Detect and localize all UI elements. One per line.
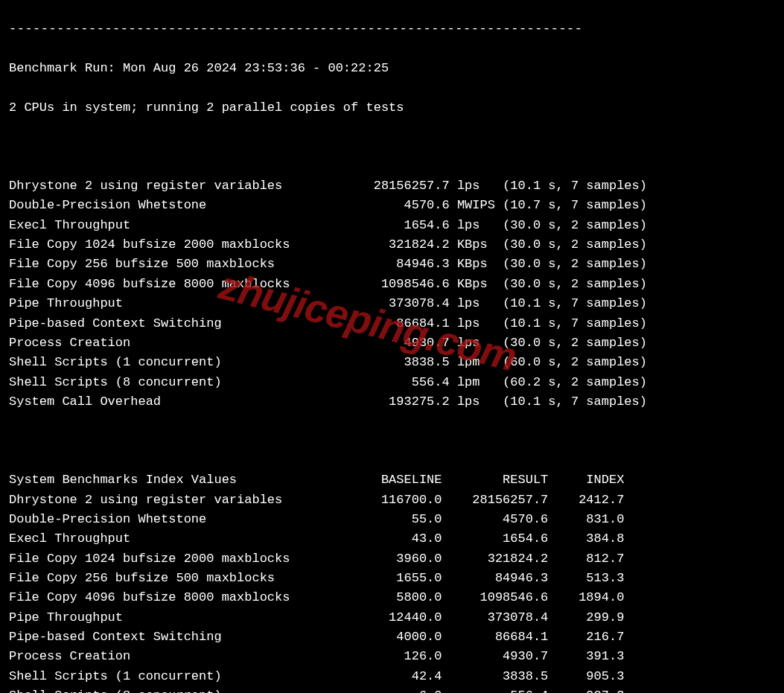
result-name: Shell Scripts (1 concurrent) [9, 355, 320, 369]
index-result: 4570.6 [442, 512, 549, 526]
divider-line: ----------------------------------------… [9, 19, 775, 39]
result-row: File Copy 256 bufsize 500 maxblocks 8494… [9, 255, 775, 274]
result-name: File Copy 1024 bufsize 2000 maxblocks [9, 237, 320, 252]
index-row: Execl Throughput 43.0 1654.6 384.8 [9, 529, 775, 549]
index-result: 84946.3 [442, 571, 549, 585]
result-name: Execl Throughput [9, 218, 320, 232]
result-row: Process Creation 4930.7 lps (30.0 s, 2 s… [9, 333, 775, 353]
index-name: Execl Throughput [9, 531, 336, 546]
index-value: 831.0 [548, 512, 624, 526]
result-row: System Call Overhead 193275.2 lps (10.1 … [9, 392, 775, 412]
result-unit: lps [450, 316, 495, 330]
result-timing: (30.0 s, 2 samples) [495, 336, 647, 350]
index-name: Shell Scripts (8 concurrent) [9, 689, 336, 693]
benchmark-index-block: System Benchmarks Index Values BASELINE … [9, 470, 775, 693]
index-result: 1654.6 [442, 531, 549, 546]
result-timing: (60.2 s, 2 samples) [495, 375, 647, 389]
index-baseline: 43.0 [336, 531, 442, 546]
index-name: Double-Precision Whetstone [9, 512, 336, 526]
result-timing: (10.1 s, 7 samples) [495, 179, 647, 193]
index-row: File Copy 256 bufsize 500 maxblocks 1655… [9, 569, 775, 588]
index-name: Pipe Throughput [9, 610, 336, 625]
result-unit: MWIPS [450, 198, 495, 212]
result-unit: lps [450, 395, 495, 409]
result-unit: lpm [450, 375, 495, 389]
result-unit: lpm [450, 355, 495, 369]
index-value: 513.3 [548, 571, 624, 585]
result-timing: (10.1 s, 7 samples) [495, 296, 647, 310]
result-value: 4930.7 [320, 336, 449, 350]
index-name: Shell Scripts (1 concurrent) [9, 669, 336, 683]
result-value: 3838.5 [320, 355, 449, 369]
result-name: File Copy 256 bufsize 500 maxblocks [9, 257, 320, 271]
result-unit: KBps [450, 277, 495, 291]
index-baseline: 55.0 [336, 512, 442, 526]
index-baseline: 116700.0 [336, 493, 442, 507]
index-baseline: 5800.0 [336, 590, 442, 604]
index-value: 384.8 [548, 531, 624, 546]
result-unit: lps [450, 218, 495, 232]
index-row: Shell Scripts (8 concurrent) 6.0 556.4 9… [9, 686, 775, 693]
result-timing: (30.0 s, 2 samples) [495, 277, 647, 291]
cpu-info-line: 2 CPUs in system; running 2 parallel cop… [9, 98, 775, 118]
result-timing: (10.7 s, 7 samples) [495, 198, 647, 212]
index-name: File Copy 256 bufsize 500 maxblocks [9, 571, 336, 585]
result-name: System Call Overhead [9, 395, 320, 409]
index-baseline: 126.0 [336, 649, 442, 663]
result-name: Shell Scripts (8 concurrent) [9, 375, 320, 389]
index-result: 1098546.6 [442, 590, 549, 604]
index-result: 3838.5 [442, 669, 549, 683]
index-row: Shell Scripts (1 concurrent) 42.4 3838.5… [9, 667, 775, 686]
index-header-row: System Benchmarks Index Values BASELINE … [9, 470, 775, 490]
result-name: Process Creation [9, 336, 320, 350]
index-name: File Copy 1024 bufsize 2000 maxblocks [9, 552, 336, 566]
index-row: Pipe-based Context Switching 4000.0 8668… [9, 627, 775, 647]
result-timing: (30.0 s, 2 samples) [495, 257, 647, 271]
result-row: Shell Scripts (1 concurrent) 3838.5 lpm … [9, 353, 775, 372]
result-unit: KBps [450, 257, 495, 271]
index-baseline: 12440.0 [336, 610, 442, 625]
result-name: Pipe-based Context Switching [9, 316, 320, 330]
blank-line [9, 137, 775, 156]
result-unit: KBps [450, 237, 495, 252]
result-unit: lps [450, 296, 495, 310]
index-baseline: 42.4 [336, 669, 442, 683]
index-result: 321824.2 [442, 552, 549, 566]
index-value: 299.9 [548, 610, 624, 625]
result-row: File Copy 1024 bufsize 2000 maxblocks 32… [9, 235, 775, 255]
index-row: Dhrystone 2 using register variables 116… [9, 491, 775, 510]
result-value: 321824.2 [320, 237, 449, 252]
result-value: 86684.1 [320, 316, 449, 330]
index-row: Pipe Throughput 12440.0 373078.4 299.9 [9, 608, 775, 627]
index-baseline: 1655.0 [336, 571, 442, 585]
index-value: 812.7 [548, 552, 624, 566]
result-row: Double-Precision Whetstone 4570.6 MWIPS … [9, 196, 775, 215]
index-result: 373078.4 [442, 610, 549, 625]
result-value: 28156257.7 [320, 179, 449, 193]
index-value: 216.7 [548, 630, 624, 644]
result-value: 556.4 [320, 375, 449, 389]
result-value: 373078.4 [320, 296, 449, 310]
result-timing: (30.0 s, 2 samples) [495, 237, 647, 252]
result-timing: (10.1 s, 7 samples) [495, 316, 647, 330]
index-baseline: 3960.0 [336, 552, 442, 566]
result-unit: lps [450, 336, 495, 350]
index-row: File Copy 1024 bufsize 2000 maxblocks 39… [9, 549, 775, 569]
benchmark-run-line: Benchmark Run: Mon Aug 26 2024 23:53:36 … [9, 59, 775, 78]
index-row: Double-Precision Whetstone 55.0 4570.6 8… [9, 510, 775, 529]
result-row: Execl Throughput 1654.6 lps (30.0 s, 2 s… [9, 216, 775, 235]
result-name: File Copy 4096 bufsize 8000 maxblocks [9, 277, 320, 291]
result-value: 193275.2 [320, 395, 449, 409]
result-row: Dhrystone 2 using register variables 281… [9, 176, 775, 196]
result-timing: (10.1 s, 7 samples) [495, 395, 647, 409]
index-name: Process Creation [9, 649, 336, 663]
index-name: File Copy 4096 bufsize 8000 maxblocks [9, 590, 336, 604]
result-value: 1098546.6 [320, 277, 449, 291]
index-name: Dhrystone 2 using register variables [9, 493, 336, 507]
index-result: 4930.7 [442, 649, 549, 663]
result-name: Dhrystone 2 using register variables [9, 179, 320, 193]
index-row: Process Creation 126.0 4930.7 391.3 [9, 647, 775, 666]
index-row: File Copy 4096 bufsize 8000 maxblocks 58… [9, 588, 775, 607]
index-value: 1894.0 [548, 590, 624, 604]
index-result: 556.4 [442, 689, 549, 693]
